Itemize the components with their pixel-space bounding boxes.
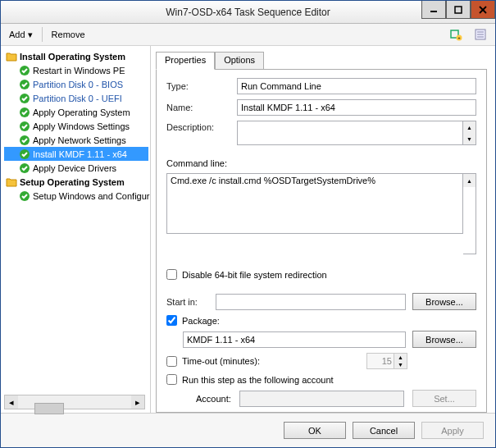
minimize-button[interactable] [421, 1, 446, 19]
package-browse-button[interactable]: Browse... [412, 331, 476, 348]
disable-64bit-label: Disable 64-bit file system redirection [182, 270, 327, 280]
row-description: Description: ▲▼ [166, 121, 476, 145]
ok-button[interactable]: OK [284, 422, 346, 439]
new-group-icon[interactable]: + [444, 25, 467, 43]
chevron-down-icon: ▾ [28, 30, 33, 40]
check-icon [19, 65, 30, 76]
tree-label: Partition Disk 0 - BIOS [33, 80, 123, 89]
check-icon [19, 93, 30, 104]
tree-group-install-os[interactable]: Install Operating System [4, 49, 148, 63]
timeout-spinner[interactable]: ▲▼ [366, 353, 407, 369]
tab-properties[interactable]: Properties [156, 52, 215, 70]
scrollbar-thumb[interactable] [34, 403, 64, 414]
chevron-up-icon[interactable]: ▲ [463, 121, 476, 133]
description-label: Description: [166, 121, 230, 132]
cancel-button[interactable]: Cancel [353, 422, 415, 439]
tree-horizontal-scrollbar[interactable]: ◂ ▸ [4, 395, 145, 409]
folder-icon [6, 176, 17, 188]
account-field [239, 391, 404, 407]
chevron-down-icon[interactable]: ▼ [394, 361, 407, 368]
svg-rect-1 [455, 7, 462, 13]
package-label: Package: [182, 316, 220, 326]
tree-item-apply-network-settings[interactable]: Apply Network Settings [4, 133, 148, 147]
timeout-input[interactable] [166, 356, 177, 367]
toolbar-separator [42, 27, 43, 42]
commandline-scroll[interactable]: ▲ [463, 173, 476, 254]
row-package: Browse... [183, 331, 476, 348]
tree-label: Apply Windows Settings [33, 121, 130, 131]
maximize-button[interactable] [446, 1, 471, 19]
startin-browse-button[interactable]: Browse... [412, 293, 476, 310]
check-icon [19, 162, 30, 174]
tree-item-setup-windows[interactable]: Setup Windows and Configuration [4, 189, 148, 203]
tree-item-apply-os[interactable]: Apply Operating System [4, 105, 148, 119]
properties-icon[interactable] [469, 25, 492, 43]
scroll-left-icon[interactable]: ◂ [5, 395, 18, 409]
tree-item-partition-bios[interactable]: Partition Disk 0 - BIOS [4, 77, 148, 91]
dialog-footer: OK Cancel Apply [1, 413, 495, 447]
folder-icon [6, 51, 17, 62]
task-tree[interactable]: Install Operating System Restart in Wind… [4, 49, 150, 393]
tab-strip: Properties Options [156, 51, 487, 69]
tree-label: Setup Operating System [20, 177, 125, 187]
tree-label: Restart in Windows PE [33, 66, 125, 75]
row-name: Name: [166, 99, 476, 116]
tree-item-apply-device-drivers[interactable]: Apply Device Drivers [4, 161, 148, 175]
remove-button[interactable]: Remove [47, 27, 90, 42]
tree-label: Install Operating System [20, 52, 125, 62]
tree-group-setup-os[interactable]: Setup Operating System [4, 175, 148, 189]
timeout-value [367, 354, 394, 368]
row-timeout: Time-out (minutes): ▲▼ [166, 353, 476, 369]
account-label: Account: [196, 394, 231, 404]
description-field[interactable] [237, 121, 463, 145]
package-input[interactable] [166, 315, 177, 326]
chevron-down-icon[interactable]: ▼ [463, 133, 476, 144]
scroll-right-icon[interactable]: ▸ [131, 395, 144, 409]
timeout-label: Time-out (minutes): [182, 356, 260, 366]
commandline-field[interactable]: Cmd.exe /c install.cmd %OSDTargetSystemD… [166, 173, 463, 234]
check-icon [19, 79, 30, 90]
window-title: Win7-OSD-x64 Task Sequence Editor [166, 7, 330, 18]
tree-label: Apply Operating System [33, 107, 130, 117]
check-icon [19, 190, 30, 202]
tree-label: Apply Device Drivers [33, 163, 116, 173]
check-icon [19, 121, 30, 132]
main-area: Install Operating System Restart in Wind… [1, 46, 495, 413]
account-set-button: Set... [412, 390, 476, 407]
commandline-label: Command line: [166, 158, 476, 168]
name-label: Name: [166, 103, 230, 112]
tree-item-install-kmdf[interactable]: Install KMDF 1.11 - x64 [4, 147, 148, 161]
check-icon [19, 149, 30, 160]
tree-item-restart-winpe[interactable]: Restart in Windows PE [4, 63, 148, 77]
check-icon [19, 135, 30, 146]
tree-item-apply-windows-settings[interactable]: Apply Windows Settings [4, 119, 148, 133]
startin-label: Start in: [166, 297, 209, 307]
window-buttons [421, 1, 495, 19]
package-field[interactable] [183, 331, 406, 348]
disable-64bit-input[interactable] [166, 269, 177, 280]
title-bar: Win7-OSD-x64 Task Sequence Editor [1, 1, 495, 24]
tab-options[interactable]: Options [215, 52, 264, 70]
add-label: Add [9, 30, 25, 39]
row-account: Account: Set... [196, 390, 476, 407]
task-tree-panel: Install Operating System Restart in Wind… [1, 46, 151, 413]
timeout-checkbox[interactable]: Time-out (minutes): [166, 356, 330, 367]
chevron-up-icon[interactable]: ▲ [394, 354, 407, 361]
description-scroll[interactable]: ▲▼ [463, 121, 476, 145]
close-button[interactable] [471, 1, 495, 19]
row-type: Type: [166, 78, 476, 94]
remove-label: Remove [52, 30, 85, 39]
tree-item-partition-uefi[interactable]: Partition Disk 0 - UEFI [4, 91, 148, 105]
add-menu[interactable]: Add ▾ [4, 27, 38, 43]
runas-label: Run this step as the following account [182, 375, 334, 385]
properties-panel: Properties Options Type: Name: Descripti… [151, 46, 495, 413]
runas-checkbox[interactable]: Run this step as the following account [166, 374, 476, 385]
tab-panel-properties: Type: Name: Description: ▲▼ Command line… [156, 69, 487, 413]
runas-input[interactable] [166, 374, 177, 385]
chevron-up-icon[interactable]: ▲ [463, 174, 476, 187]
name-field[interactable] [237, 99, 476, 116]
type-field [237, 78, 476, 94]
package-checkbox[interactable]: Package: [166, 315, 476, 326]
startin-field[interactable] [216, 294, 406, 310]
disable-64bit-checkbox[interactable]: Disable 64-bit file system redirection [166, 269, 476, 280]
